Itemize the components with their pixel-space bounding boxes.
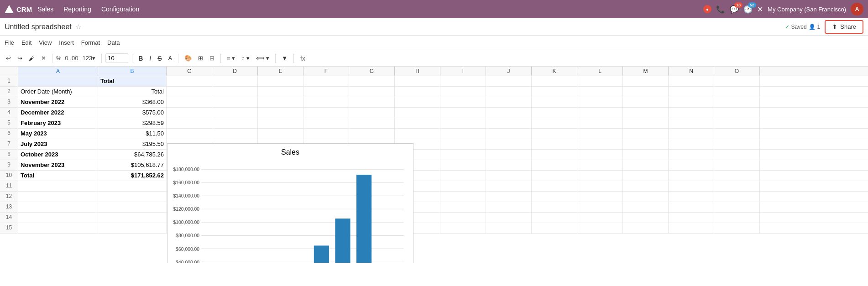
cell-empty[interactable] bbox=[303, 118, 349, 128]
cell-empty[interactable] bbox=[395, 87, 440, 97]
cell-empty[interactable] bbox=[167, 129, 212, 139]
cell-b-11[interactable] bbox=[98, 181, 167, 191]
cell-empty[interactable] bbox=[440, 160, 486, 170]
cell-empty[interactable] bbox=[714, 87, 760, 97]
cell-empty[interactable] bbox=[532, 160, 577, 170]
number-format-button[interactable]: 123 ▾ bbox=[80, 53, 98, 63]
cell-empty[interactable] bbox=[258, 97, 303, 107]
cell-empty[interactable] bbox=[669, 97, 714, 107]
cell-a-15[interactable] bbox=[18, 223, 98, 233]
cell-empty[interactable] bbox=[486, 150, 532, 160]
cell-a-14[interactable] bbox=[18, 213, 98, 223]
cell-empty[interactable] bbox=[714, 192, 760, 202]
cell-empty[interactable] bbox=[532, 213, 577, 223]
cell-empty[interactable] bbox=[212, 118, 258, 128]
cell-b-5[interactable]: $298.59 bbox=[98, 118, 167, 128]
cell-b-10[interactable]: $171,852.62 bbox=[98, 171, 167, 181]
valign-button[interactable]: ↕ ▾ bbox=[239, 53, 251, 63]
col-header-d[interactable]: D bbox=[212, 67, 258, 76]
cell-empty[interactable] bbox=[623, 87, 669, 97]
cell-empty[interactable] bbox=[714, 129, 760, 139]
cell-empty[interactable] bbox=[714, 202, 760, 212]
cell-empty[interactable] bbox=[577, 160, 623, 170]
fill-color-button[interactable]: 🎨 bbox=[182, 53, 194, 63]
phone-icon[interactable]: 📞 bbox=[716, 5, 725, 14]
cell-empty[interactable] bbox=[623, 223, 669, 233]
cell-empty[interactable] bbox=[532, 181, 577, 191]
cell-empty[interactable] bbox=[669, 202, 714, 212]
cell-empty[interactable] bbox=[486, 160, 532, 170]
cell-a-2[interactable]: Order Date (Month) bbox=[18, 87, 98, 97]
cell-empty[interactable] bbox=[486, 213, 532, 223]
cell-empty[interactable] bbox=[395, 129, 440, 139]
text-wrap-button[interactable]: ⟺ ▾ bbox=[254, 53, 272, 63]
cell-empty[interactable] bbox=[714, 150, 760, 160]
cell-empty[interactable] bbox=[577, 150, 623, 160]
cell-empty[interactable] bbox=[623, 171, 669, 181]
cell-empty[interactable] bbox=[669, 181, 714, 191]
cell-a-3[interactable]: November 2022 bbox=[18, 97, 98, 107]
cell-empty[interactable] bbox=[440, 87, 486, 97]
cell-empty[interactable] bbox=[349, 129, 395, 139]
notifications-badge[interactable]: 🕐 52 bbox=[743, 5, 753, 14]
cell-b-8[interactable]: $64,785.26 bbox=[98, 150, 167, 160]
menu-sales[interactable]: Sales bbox=[37, 4, 54, 15]
col-header-l[interactable]: L bbox=[577, 67, 623, 76]
cell-empty[interactable] bbox=[440, 223, 486, 233]
cell-empty[interactable] bbox=[623, 160, 669, 170]
cell-empty[interactable] bbox=[623, 181, 669, 191]
cell-a-9[interactable]: November 2023 bbox=[18, 160, 98, 170]
cell-empty[interactable] bbox=[577, 202, 623, 212]
col-header-c[interactable]: C bbox=[167, 67, 212, 76]
cell-empty[interactable] bbox=[577, 97, 623, 107]
menu-view[interactable]: View bbox=[39, 39, 52, 46]
cell-empty[interactable] bbox=[486, 129, 532, 139]
cell-b-7[interactable]: $195.50 bbox=[98, 139, 167, 149]
cell-b-2[interactable]: Total bbox=[98, 87, 167, 97]
cell-empty[interactable] bbox=[486, 181, 532, 191]
cell-empty[interactable] bbox=[532, 171, 577, 181]
cell-empty[interactable] bbox=[714, 223, 760, 233]
clear-format-button[interactable]: ✕ bbox=[39, 53, 48, 63]
cell-empty[interactable] bbox=[669, 87, 714, 97]
cell-a-8[interactable]: October 2023 bbox=[18, 150, 98, 160]
cell-b-6[interactable]: $11.50 bbox=[98, 129, 167, 139]
share-button[interactable]: ⬆ Share bbox=[825, 20, 863, 34]
font-color-button[interactable]: A bbox=[166, 53, 175, 63]
strikethrough-button[interactable]: S bbox=[155, 53, 164, 63]
cell-empty[interactable] bbox=[669, 108, 714, 118]
col-header-i[interactable]: I bbox=[440, 67, 486, 76]
cell-empty[interactable] bbox=[714, 171, 760, 181]
menu-format[interactable]: Format bbox=[81, 39, 100, 46]
spreadsheet-title[interactable]: Untitled spreadsheet bbox=[5, 23, 72, 31]
cell-empty[interactable] bbox=[212, 129, 258, 139]
cell-a-1[interactable] bbox=[18, 76, 98, 86]
cell-empty[interactable] bbox=[486, 87, 532, 97]
cell-empty[interactable] bbox=[532, 139, 577, 149]
cell-empty[interactable] bbox=[623, 76, 669, 86]
cell-empty[interactable] bbox=[167, 76, 212, 86]
cell-empty[interactable] bbox=[395, 97, 440, 107]
cell-empty[interactable] bbox=[212, 87, 258, 97]
cell-empty[interactable] bbox=[258, 87, 303, 97]
cell-empty[interactable] bbox=[714, 76, 760, 86]
menu-reporting[interactable]: Reporting bbox=[63, 4, 92, 15]
cell-a-10[interactable]: Total bbox=[18, 171, 98, 181]
col-header-o[interactable]: O bbox=[714, 67, 760, 76]
cell-empty[interactable] bbox=[532, 192, 577, 202]
filter-button[interactable]: ▼ bbox=[279, 53, 290, 63]
cell-a-5[interactable]: February 2023 bbox=[18, 118, 98, 128]
borders-button[interactable]: ⊞ bbox=[196, 53, 205, 63]
cell-empty[interactable] bbox=[486, 223, 532, 233]
bold-button[interactable]: B bbox=[136, 53, 145, 63]
cell-empty[interactable] bbox=[167, 97, 212, 107]
cell-empty[interactable] bbox=[714, 213, 760, 223]
cell-empty[interactable] bbox=[623, 108, 669, 118]
app-logo[interactable]: CRM bbox=[5, 5, 32, 13]
cell-empty[interactable] bbox=[669, 223, 714, 233]
undo-button[interactable]: ↩ bbox=[4, 53, 13, 63]
cell-empty[interactable] bbox=[669, 129, 714, 139]
cell-empty[interactable] bbox=[532, 87, 577, 97]
cell-empty[interactable] bbox=[167, 118, 212, 128]
col-header-f[interactable]: F bbox=[303, 67, 349, 76]
